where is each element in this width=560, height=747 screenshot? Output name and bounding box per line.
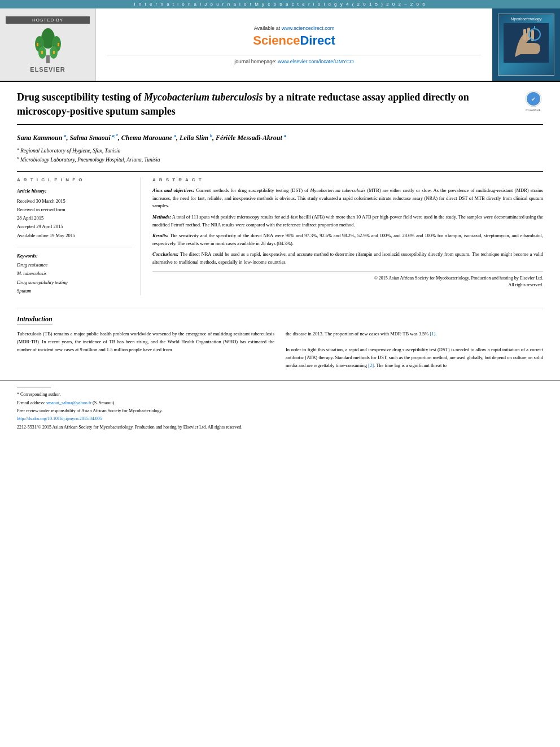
svg-rect-7 (58, 43, 59, 46)
keyword-item: Drug resistance (17, 261, 132, 269)
journal-cover-title: Mycobacteriology (511, 17, 541, 21)
results-label: Results: (152, 233, 168, 238)
article-info-column: A R T I C L E I N F O Article history: R… (17, 177, 141, 295)
sciencedirect-url[interactable]: www.sciencedirect.com (282, 25, 335, 31)
elsevier-branding: HOSTED BY ELSEVIER (0, 8, 96, 81)
introduction-body: Tuberculosis (TB) remains a major public… (17, 330, 543, 369)
elsevier-tree-icon (31, 27, 65, 64)
crossmark-badge: ✓ CrossMark (523, 90, 543, 112)
authors-list: Sana Kammoun a, Salma Smaoui a,*, Chema … (17, 133, 543, 143)
corresponding-note: * Corresponding author. (17, 391, 543, 399)
accepted-date: Accepted 29 April 2015 (17, 224, 63, 229)
keyword-item: Sputum (17, 287, 132, 295)
crossmark-label: CrossMark (526, 108, 541, 112)
doi-link[interactable]: http://dx.doi.org/10.1016/j.ijmyco.2015.… (17, 416, 102, 421)
elsevier-name: ELSEVIER (30, 66, 65, 73)
journal-header-bar: I n t e r n a t i o n a l J o u r n a l … (0, 0, 560, 8)
reference-1[interactable]: [1] (430, 331, 436, 337)
article-history: Article history: Received 30 March 2015 … (17, 187, 132, 240)
article-title-section: Drug susceptibility testing of Mycobacte… (17, 90, 543, 125)
abstract-column: A B S T R A C T Aims and objectives: Cur… (152, 177, 543, 295)
introduction-section: Introduction Tuberculosis (TB) remains a… (0, 308, 560, 369)
abstract-methods: Methods: A total of 111 sputa with posit… (152, 213, 543, 229)
journal-url[interactable]: www.elsevier.com/locate/IJMYCO (278, 59, 354, 64)
intro-left-column: Tuberculosis (TB) remains a major public… (17, 330, 274, 369)
copyright-line: © 2015 Asian African Society for Mycobac… (152, 271, 543, 290)
keywords-list: Drug resistance M. tuberculosis Drug sus… (17, 261, 132, 295)
received-date: Received 30 March 2015 (17, 198, 65, 204)
journal-citation: I n t e r n a t i o n a l J o u r n a l … (134, 2, 426, 7)
abstract-label: A B S T R A C T (152, 177, 543, 182)
journal-center-header: Available at www.sciencedirect.com Scien… (96, 8, 492, 81)
cover-image-icon (504, 23, 549, 63)
elsevier-logo: ELSEVIER (30, 27, 65, 73)
keyword-item: M. tuberculosis (17, 269, 132, 278)
crossmark-icon: ✓ (525, 90, 542, 107)
abstract-aims: Aims and objectives: Current methods for… (152, 187, 543, 210)
aims-label: Aims and objectives: (152, 187, 194, 193)
issn-line: 2212-5531/© 2015 Asian African Society f… (17, 423, 543, 431)
article-info-label: A R T I C L E I N F O (17, 177, 132, 182)
methods-label: Methods: (152, 214, 171, 220)
available-at-text: Available at www.sciencedirect.com (254, 25, 334, 31)
intro-right-column: the disease in 2013. The proportion of n… (286, 330, 543, 369)
conclusions-label: Conclusions: (152, 251, 178, 257)
keyword-item: Drug susceptibility testing (17, 278, 132, 287)
article-info-abstract: A R T I C L E I N F O Article history: R… (17, 171, 543, 295)
abstract-text: Aims and objectives: Current methods for… (152, 187, 543, 289)
svg-text:✓: ✓ (531, 97, 536, 102)
page-header: HOSTED BY ELSEVIER Available at (0, 8, 560, 82)
journal-homepage-line: journal homepage: www.elsevier.com/locat… (107, 55, 481, 64)
revised-label: Received in revised form (17, 207, 65, 212)
doi-line: http://dx.doi.org/10.1016/j.ijmyco.2015.… (17, 415, 543, 423)
peer-review-note: Peer review under responsibility of Asia… (17, 407, 543, 415)
svg-rect-0 (46, 55, 50, 63)
svg-rect-8 (41, 51, 43, 54)
available-online: Available online 19 May 2015 (17, 233, 75, 238)
affiliations: a Regional Laboratory of Hygiene, Sfax, … (17, 146, 543, 165)
journal-cover-image: Mycobacteriology (498, 14, 554, 76)
hosted-by-label: HOSTED BY (6, 16, 90, 24)
email-link[interactable]: smaoui_salma@yahoo.fr (46, 400, 91, 405)
abstract-conclusions: Conclusions: The direct NRA could be use… (152, 251, 543, 266)
svg-rect-11 (523, 29, 526, 40)
introduction-heading: Introduction (17, 315, 53, 325)
article-main: Drug susceptibility testing of Mycobacte… (0, 82, 560, 301)
svg-rect-9 (53, 51, 55, 54)
journal-cover-area: Mycobacteriology (492, 8, 560, 81)
svg-rect-6 (37, 43, 38, 46)
revised-date: 28 April 2015 (17, 215, 43, 221)
authors-section: Sana Kammoun a, Salma Smaoui a,*, Chema … (17, 133, 543, 164)
article-title: Drug susceptibility testing of Mycobacte… (17, 90, 518, 119)
keywords-label: Keywords: (17, 253, 38, 259)
reference-2[interactable]: [2] (368, 362, 374, 368)
sciencedirect-logo: ScienceDirect (253, 33, 335, 48)
keywords-section: Keywords: Drug resistance M. tuberculosi… (17, 247, 132, 295)
abstract-results: Results: The sensitivity and the specifi… (152, 232, 543, 247)
footnotes-section: * Corresponding author. E-mail address: … (0, 381, 560, 437)
history-title: Article history: (17, 187, 132, 195)
email-note: E-mail address: smaoui_salma@yahoo.fr (S… (17, 399, 543, 407)
journal-cover-photo (504, 23, 549, 63)
